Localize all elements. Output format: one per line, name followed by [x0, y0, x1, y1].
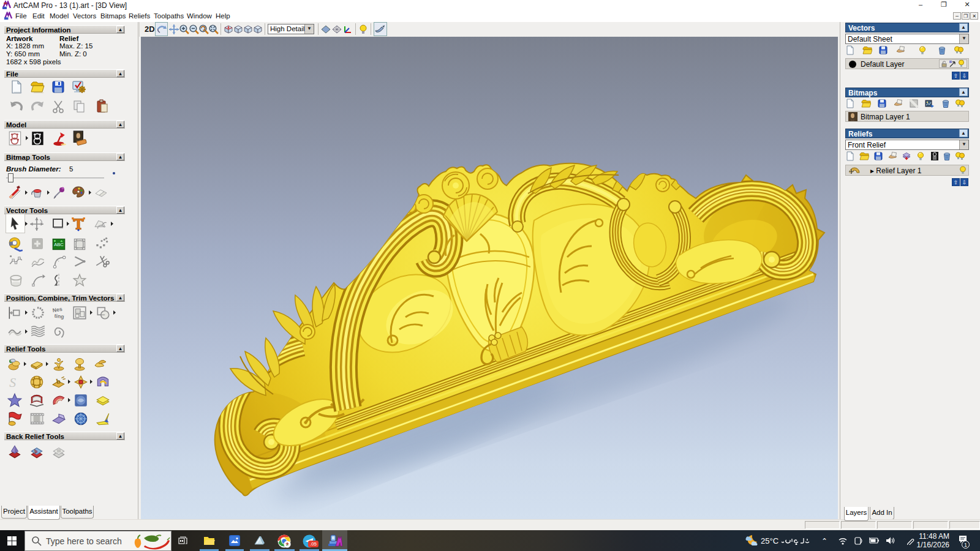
svg-text:ting: ting: [54, 313, 64, 320]
svg-text:ABC: ABC: [54, 242, 64, 247]
svg-text:S: S: [9, 375, 16, 390]
svg-text:b: b: [56, 377, 61, 386]
